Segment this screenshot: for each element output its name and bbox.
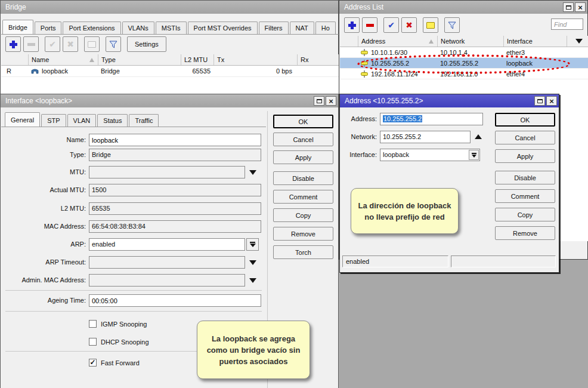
tab-bridge[interactable]: Bridge (2, 20, 33, 35)
tab-traffic[interactable]: Traffic (129, 114, 159, 127)
arp-timeout-field[interactable] (89, 256, 245, 269)
col-interface[interactable]: Interface (503, 36, 567, 47)
tab-ports[interactable]: Ports (35, 21, 62, 34)
tab-filters[interactable]: Filters (259, 21, 289, 34)
col-rx[interactable]: Rx (297, 54, 339, 65)
copy-button[interactable]: Copy (273, 208, 333, 222)
add-button[interactable] (5, 36, 21, 52)
enable-address-button[interactable]: ✔ (383, 17, 399, 33)
fast-forward-checkbox[interactable]: ✓ (89, 359, 97, 367)
dhcp-snooping-checkbox[interactable] (89, 338, 97, 346)
admin-mac-dropdown-icon[interactable] (249, 278, 256, 283)
arp-select[interactable]: enabled (89, 238, 245, 251)
tab-general[interactable]: General (5, 112, 40, 127)
address-input[interactable]: 10.255.255.2 (380, 113, 483, 125)
disable-button[interactable]: Disable (495, 171, 555, 184)
address-list-titlebar[interactable]: Address List × (339, 1, 587, 14)
name-label: Name: (1, 134, 86, 146)
comment-address-button[interactable] (423, 17, 438, 33)
interface-window-title: Interface <loopback> (5, 97, 72, 105)
remove-button[interactable]: Remove (273, 227, 333, 241)
cancel-button[interactable]: Cancel (495, 131, 555, 144)
close-button[interactable]: × (326, 96, 336, 106)
tab-hosts[interactable]: Ho (315, 21, 336, 34)
col-type[interactable]: Type (98, 54, 181, 65)
close-button[interactable]: × (575, 2, 586, 12)
cancel-button[interactable]: Cancel (273, 133, 333, 146)
settings-button[interactable]: Settings (127, 36, 166, 52)
close-button[interactable]: × (546, 96, 557, 106)
filter-address-button[interactable] (444, 17, 460, 33)
column-chooser-button[interactable] (567, 36, 588, 47)
col-l2mtu[interactable]: L2 MTU (181, 54, 213, 65)
tab-port-mst-overrides[interactable]: Port MST Overrides (188, 21, 258, 34)
add-address-button[interactable] (344, 17, 360, 33)
ok-button[interactable]: OK (273, 115, 333, 128)
network-up-arrow-icon[interactable] (475, 134, 482, 139)
mac-address-label: MAC Address: (1, 220, 86, 233)
ip-address-icon (361, 49, 368, 56)
copy-button[interactable]: Copy (495, 208, 555, 221)
note-icon (88, 41, 96, 48)
annotation-ellipse (357, 54, 571, 74)
disable-button[interactable]: Disable (273, 171, 333, 185)
maximize-button[interactable] (563, 2, 574, 12)
ok-button[interactable]: OK (495, 113, 555, 127)
tab-nat[interactable]: NAT (290, 21, 314, 34)
apply-button[interactable]: Apply (273, 150, 333, 164)
tab-stp[interactable]: STP (41, 114, 66, 127)
tab-port-extensions[interactable]: Port Extensions (63, 21, 120, 34)
mtu-dropdown-icon[interactable] (249, 170, 256, 175)
arp-timeout-dropdown-icon[interactable] (249, 260, 256, 265)
tab-vlan[interactable]: VLAN (67, 114, 97, 127)
bridge-titlebar[interactable]: Bridge (1, 1, 338, 14)
ageing-time-field[interactable] (89, 294, 261, 307)
interface-label: Interface: (340, 149, 377, 161)
check-icon: ✓ (89, 358, 95, 367)
mtu-label: MTU: (1, 166, 86, 178)
filter-button[interactable] (106, 36, 121, 52)
arp-dropdown-button[interactable] (246, 238, 259, 251)
address-dialog-titlebar[interactable]: Address <10.255.255.2> × (340, 94, 559, 107)
address-list-toolbar: ✔ ✖ (344, 17, 462, 33)
disable-button-disabled[interactable]: ✖ (63, 36, 78, 52)
funnel-icon (109, 40, 118, 49)
interface-select[interactable]: loopback (380, 149, 480, 161)
tab-mstis[interactable]: MSTIs (156, 21, 187, 34)
remove-address-button[interactable] (362, 17, 377, 33)
col-network[interactable]: Network (437, 36, 503, 47)
interface-dropdown-button[interactable] (469, 150, 479, 160)
remove-button-disabled[interactable] (23, 36, 39, 52)
igmp-snooping-checkbox[interactable] (89, 320, 97, 328)
bridge-row-loopback[interactable]: R loopback Bridge 65535 0 bps (1, 66, 339, 77)
find-input[interactable] (551, 19, 583, 30)
col-address[interactable]: Address (358, 36, 437, 47)
actual-mtu-field: 1500 (89, 184, 261, 196)
maximize-button[interactable] (314, 96, 324, 106)
admin-mac-field[interactable] (89, 274, 245, 287)
network-label: Network: (340, 131, 377, 143)
address-table-header[interactable]: Address Network Interface (340, 36, 588, 47)
mtu-field[interactable] (89, 166, 245, 178)
bridge-table-header[interactable]: Name Type L2 MTU Tx Rx (1, 54, 339, 66)
tab-status[interactable]: Status (97, 114, 128, 127)
maximize-button[interactable] (534, 96, 545, 106)
comment-button[interactable]: Comment (273, 190, 333, 204)
comment-button[interactable]: Comment (495, 189, 555, 203)
dhcp-snooping-label: DHCP Snooping (101, 338, 149, 346)
note-icon (426, 22, 435, 29)
tab-vlans[interactable]: VLANs (122, 21, 154, 34)
name-field[interactable] (89, 134, 261, 146)
remove-button[interactable]: Remove (495, 226, 555, 240)
apply-button[interactable]: Apply (495, 149, 555, 163)
disable-address-button[interactable]: ✖ (401, 17, 417, 33)
col-name[interactable]: Name (28, 54, 98, 65)
comment-button-disabled[interactable] (84, 36, 100, 52)
enable-button-disabled[interactable]: ✔ (45, 36, 60, 52)
network-input[interactable]: 10.255.255.2 (380, 131, 471, 143)
funnel-icon (447, 21, 457, 30)
interface-titlebar[interactable]: Interface <loopback> × (1, 94, 338, 107)
torch-button[interactable]: Torch (273, 245, 333, 259)
col-tx[interactable]: Tx (213, 54, 297, 65)
bridge-window-title: Bridge (5, 3, 26, 11)
